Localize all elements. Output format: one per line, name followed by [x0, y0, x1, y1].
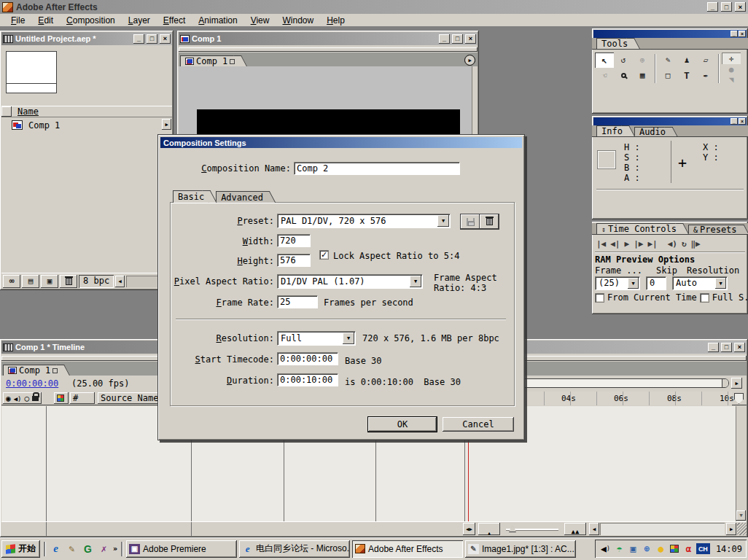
- tools-tab[interactable]: Tools: [596, 38, 632, 49]
- presets-tab[interactable]: Presets: [688, 225, 741, 234]
- duration-input[interactable]: [277, 373, 338, 386]
- resolution-dialog-dropdown-icon[interactable]: ▼: [343, 332, 354, 344]
- comp-panel-menu-button[interactable]: ▶: [464, 55, 475, 66]
- pixel-aspect-ratio-select[interactable]: D1/DV PAL (1.07) ▼: [277, 274, 423, 289]
- task-forum-browser[interactable]: e 电白同乡论坛 - Microso...: [239, 540, 350, 558]
- timeline-tab-close-icon[interactable]: [52, 368, 58, 373]
- composition-name-input[interactable]: [294, 162, 460, 175]
- audio-tab[interactable]: Audio: [634, 127, 670, 136]
- colorgrid-tray-icon[interactable]: [669, 542, 681, 555]
- editor-quicklaunch-icon[interactable]: ✎: [65, 542, 79, 556]
- menu-file[interactable]: File: [4, 15, 31, 26]
- task-after-effects[interactable]: Adobe After Effects: [352, 540, 463, 558]
- clone-stamp-tool-button[interactable]: [677, 52, 696, 68]
- menu-composition[interactable]: Composition: [60, 15, 122, 26]
- menu-edit[interactable]: Edit: [31, 15, 60, 26]
- current-timecode[interactable]: 0:00:00:00: [6, 378, 58, 389]
- audio-mute-button[interactable]: [668, 238, 677, 249]
- project-name-column[interactable]: Name: [17, 106, 39, 117]
- ok-button[interactable]: OK: [368, 417, 437, 432]
- resolution-select[interactable]: Auto ▼: [672, 276, 728, 290]
- close-button[interactable]: ×: [735, 2, 746, 12]
- zoom-in-mountain-button[interactable]: ▲▲: [564, 523, 586, 535]
- resolution-dialog-select[interactable]: Full ▼: [277, 331, 356, 346]
- alpha-tray-icon[interactable]: α: [682, 542, 695, 555]
- tools-close-button[interactable]: ×: [739, 31, 746, 37]
- info-panel-bar[interactable]: _ ×: [593, 117, 747, 125]
- cancel-button[interactable]: Cancel: [443, 417, 514, 432]
- project-hscroll-left[interactable]: ◀: [115, 276, 125, 287]
- time-controls-tab[interactable]: Time Controls: [596, 223, 681, 234]
- ime-indicator[interactable]: CH: [696, 543, 710, 554]
- project-minimize-button[interactable]: _: [133, 34, 144, 44]
- number-column-header[interactable]: #: [70, 392, 95, 404]
- task-image-editor[interactable]: ✎ Image1.jpg* [1:3] : AC...: [465, 540, 576, 558]
- ie-quicklaunch-icon[interactable]: e: [49, 542, 63, 556]
- info-minimize-button[interactable]: _: [731, 118, 738, 125]
- project-item-comp1[interactable]: Comp 1: [1, 119, 162, 131]
- timeline-hscroll-right[interactable]: ▶: [726, 523, 736, 535]
- timeline-vscrollbar[interactable]: ▼: [736, 406, 747, 521]
- skip-input[interactable]: 0: [646, 276, 666, 290]
- frame-rate-select[interactable]: (25) ▼: [595, 276, 640, 290]
- region-of-interest-button[interactable]: [633, 68, 652, 83]
- pen-tool-button[interactable]: [696, 68, 715, 83]
- basic-tab[interactable]: Basic: [173, 190, 209, 203]
- comp-marker-bin[interactable]: [734, 393, 744, 404]
- timeline-close-button[interactable]: ×: [734, 343, 745, 352]
- project-scroll-right-button[interactable]: ▶: [162, 119, 171, 130]
- tools-minimize-button[interactable]: _: [731, 31, 738, 37]
- from-current-time-checkbox[interactable]: [595, 293, 604, 303]
- computer-tray-icon[interactable]: ▣: [627, 542, 639, 555]
- selection-tool-button[interactable]: [595, 52, 614, 68]
- width-input[interactable]: [277, 234, 311, 247]
- menu-view[interactable]: View: [244, 15, 276, 26]
- hand-tool-button[interactable]: [595, 68, 614, 83]
- advanced-tab[interactable]: Advanced: [216, 191, 268, 203]
- lock-aspect-checkbox[interactable]: ✓: [319, 250, 329, 260]
- av-features-header[interactable]: [3, 392, 42, 404]
- switches-header[interactable]: [54, 392, 69, 404]
- menu-layer[interactable]: Layer: [122, 15, 157, 26]
- menu-effect[interactable]: Effect: [157, 15, 192, 26]
- info-tab[interactable]: Info: [596, 125, 627, 136]
- project-titlebar[interactable]: Untitled Project.aep * _ □ ×: [1, 32, 172, 45]
- dialog-titlebar[interactable]: Composition Settings: [160, 137, 522, 148]
- comp-tab[interactable]: Comp 1: [180, 55, 239, 66]
- menu-window[interactable]: Window: [276, 15, 320, 26]
- zoom-slider-handle[interactable]: [509, 525, 516, 532]
- save-preset-button[interactable]: [461, 214, 480, 229]
- delete-preset-button[interactable]: [480, 214, 499, 229]
- resolution-dropdown-icon[interactable]: ▼: [715, 278, 726, 289]
- ram-preview-button[interactable]: [691, 238, 701, 249]
- loop-button[interactable]: [682, 238, 687, 249]
- globe-tray-icon[interactable]: ⊕: [641, 542, 653, 555]
- rotate-tool-button[interactable]: [614, 52, 633, 68]
- timeline-zoom-slider[interactable]: [503, 523, 561, 535]
- frame-rate-input[interactable]: [277, 295, 318, 308]
- par-dropdown-icon[interactable]: ▼: [410, 276, 421, 287]
- timeline-scroll-right-button[interactable]: ▶: [731, 378, 742, 389]
- preset-dropdown-icon[interactable]: ▼: [437, 215, 449, 227]
- tools-panel-bar[interactable]: _ ×: [593, 30, 747, 38]
- brush-tool-button[interactable]: [658, 52, 677, 68]
- zoom-tool-button[interactable]: [614, 68, 633, 83]
- vscroll-down-button[interactable]: ▼: [736, 510, 746, 521]
- movie-quicklaunch-icon[interactable]: ✗︎: [97, 542, 111, 556]
- preset-select[interactable]: PAL D1/DV, 720 x 576 ▼: [277, 214, 451, 228]
- task-adobe-premiere[interactable]: ▣ Adobe Premiere: [126, 540, 237, 558]
- timeline-maximize-button[interactable]: □: [721, 343, 732, 352]
- start-timecode-input[interactable]: [277, 352, 338, 365]
- project-hscroll-track[interactable]: [126, 276, 160, 287]
- messenger-tray-icon[interactable]: ●: [655, 542, 667, 555]
- last-frame-button[interactable]: [647, 238, 657, 249]
- start-button[interactable]: 开始: [1, 540, 40, 558]
- find-button[interactable]: [3, 275, 20, 288]
- comp-titlebar[interactable]: Comp 1 _ □ ×: [179, 32, 478, 45]
- timeline-hscroll-track[interactable]: [600, 523, 725, 535]
- first-frame-button[interactable]: [596, 238, 606, 249]
- rectangle-mask-tool-button[interactable]: [658, 68, 677, 83]
- greenbrowser-quicklaunch-icon[interactable]: G: [81, 542, 95, 556]
- bpc-indicator[interactable]: 8 bpc: [79, 275, 114, 288]
- umbrella-tray-icon[interactable]: ☂: [613, 542, 626, 555]
